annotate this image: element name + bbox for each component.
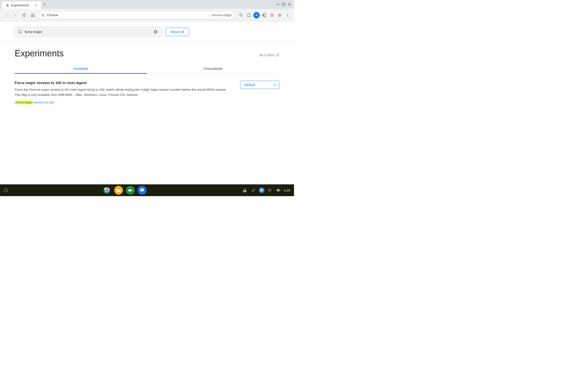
reset-all-button[interactable]: Reset all bbox=[166, 28, 189, 36]
taskbar-time: 3:18 bbox=[284, 188, 290, 192]
stylus-icon[interactable] bbox=[250, 187, 257, 194]
toolbar-icons: A bbox=[238, 12, 291, 19]
chrome-taskbar-icon bbox=[103, 187, 110, 194]
folder-taskbar-icon bbox=[116, 188, 121, 193]
flag-text: Force major version to 100 in User-Agent… bbox=[15, 81, 230, 104]
version-text: 96.0.4664.25 bbox=[259, 53, 279, 57]
back-button[interactable] bbox=[3, 12, 10, 19]
search-clear-button[interactable] bbox=[153, 29, 159, 35]
flag-control: Default Enabled Disabled bbox=[240, 81, 279, 89]
bookmark-icon[interactable] bbox=[246, 12, 252, 19]
flag-description: Force the Chrome major version in the Us… bbox=[15, 87, 230, 98]
profile-icon[interactable]: A bbox=[253, 12, 260, 18]
tab-area: Experiments × + bbox=[2, 0, 48, 9]
forward-button[interactable] bbox=[12, 12, 19, 19]
battery-icon[interactable] bbox=[275, 187, 282, 194]
search-bar-wrap: Reset all bbox=[0, 22, 294, 42]
taskbar-launcher-button[interactable] bbox=[4, 188, 8, 192]
taskbar-folder-app[interactable] bbox=[114, 186, 123, 195]
svg-rect-2 bbox=[276, 4, 279, 5]
svg-point-18 bbox=[288, 16, 288, 16]
svg-point-26 bbox=[106, 189, 108, 192]
notification-count: ③ bbox=[260, 188, 263, 192]
taskbar-right: ③ 3:18 bbox=[241, 187, 290, 194]
extension2-icon[interactable] bbox=[269, 12, 275, 19]
tab-unavailable[interactable]: Unavailable bbox=[147, 64, 279, 74]
svg-rect-33 bbox=[277, 190, 279, 191]
refresh-button[interactable] bbox=[20, 12, 27, 19]
extension3-icon[interactable] bbox=[276, 12, 283, 19]
tab-favicon bbox=[6, 4, 9, 7]
tab-available-label: Available bbox=[73, 66, 88, 70]
svg-marker-28 bbox=[131, 189, 132, 191]
tabs: Available Unavailable bbox=[15, 64, 279, 74]
flag-link-highlight: force-major bbox=[16, 100, 32, 104]
site-security-icon bbox=[41, 14, 45, 17]
new-tab-button[interactable]: + bbox=[41, 1, 48, 8]
flag-name: Force major version to 100 in User-Agent bbox=[15, 81, 230, 85]
meet-taskbar-icon bbox=[128, 188, 133, 193]
svg-point-16 bbox=[288, 14, 288, 14]
svg-point-7 bbox=[43, 14, 44, 16]
flag-entry: Force major version to 100 in User-Agent… bbox=[15, 74, 279, 111]
address-input[interactable]: Chrome | chrome://flags bbox=[38, 11, 235, 19]
home-button[interactable] bbox=[29, 12, 36, 19]
svg-point-17 bbox=[288, 15, 288, 15]
search-input[interactable] bbox=[25, 30, 150, 34]
svg-line-9 bbox=[242, 16, 243, 17]
search-bar bbox=[15, 26, 162, 37]
tab-title: Experiments bbox=[11, 4, 29, 7]
svg-point-31 bbox=[270, 192, 270, 192]
extensions-icon[interactable] bbox=[261, 12, 268, 19]
search-toolbar-icon[interactable] bbox=[238, 12, 245, 19]
page-title: Experiments bbox=[15, 48, 64, 58]
title-bar: Experiments × + bbox=[0, 0, 294, 9]
search-icon bbox=[18, 30, 22, 34]
tab-close-button[interactable]: × bbox=[35, 4, 37, 7]
svg-rect-10 bbox=[262, 14, 264, 16]
address-url: chrome://flags bbox=[211, 13, 232, 17]
close-button[interactable] bbox=[287, 2, 292, 7]
flag-select[interactable]: Default Enabled Disabled bbox=[240, 81, 279, 89]
taskbar-meet-app[interactable] bbox=[126, 186, 135, 195]
wifi-icon[interactable] bbox=[266, 187, 273, 194]
svg-marker-1 bbox=[6, 4, 9, 6]
menu-icon[interactable] bbox=[284, 12, 291, 19]
taskbar-chat-app[interactable] bbox=[138, 186, 147, 195]
svg-point-14 bbox=[272, 16, 272, 16]
page-header: Experiments 96.0.4664.25 bbox=[15, 42, 279, 64]
svg-rect-3 bbox=[283, 3, 285, 6]
taskbar-left bbox=[4, 188, 8, 192]
screen-lock-icon[interactable] bbox=[241, 187, 248, 194]
tab-unavailable-label: Unavailable bbox=[204, 66, 223, 70]
taskbar-chrome-app[interactable] bbox=[102, 186, 111, 195]
address-divider: | bbox=[209, 13, 210, 17]
tab-available[interactable]: Available bbox=[15, 64, 147, 74]
window-controls bbox=[275, 2, 292, 7]
profile-initial: A bbox=[255, 13, 258, 17]
svg-point-30 bbox=[244, 191, 245, 192]
chat-taskbar-icon bbox=[140, 188, 145, 193]
address-bar: Chrome | chrome://flags A bbox=[0, 9, 294, 22]
svg-line-20 bbox=[21, 32, 22, 34]
minimize-button[interactable] bbox=[275, 2, 280, 7]
main-content: Experiments 96.0.4664.25 Available Unava… bbox=[0, 42, 294, 184]
site-name: Chrome bbox=[47, 13, 207, 17]
taskbar: ③ 3:18 bbox=[0, 184, 294, 196]
svg-rect-27 bbox=[128, 189, 131, 192]
active-tab[interactable]: Experiments × bbox=[2, 2, 41, 9]
flag-link[interactable]: #force-major-version-to-100 bbox=[15, 100, 54, 104]
notification-badge[interactable]: ③ bbox=[259, 188, 264, 193]
flag-link-rest: -version-to-100 bbox=[32, 100, 54, 104]
maximize-button[interactable] bbox=[281, 2, 286, 7]
taskbar-center bbox=[8, 186, 241, 195]
